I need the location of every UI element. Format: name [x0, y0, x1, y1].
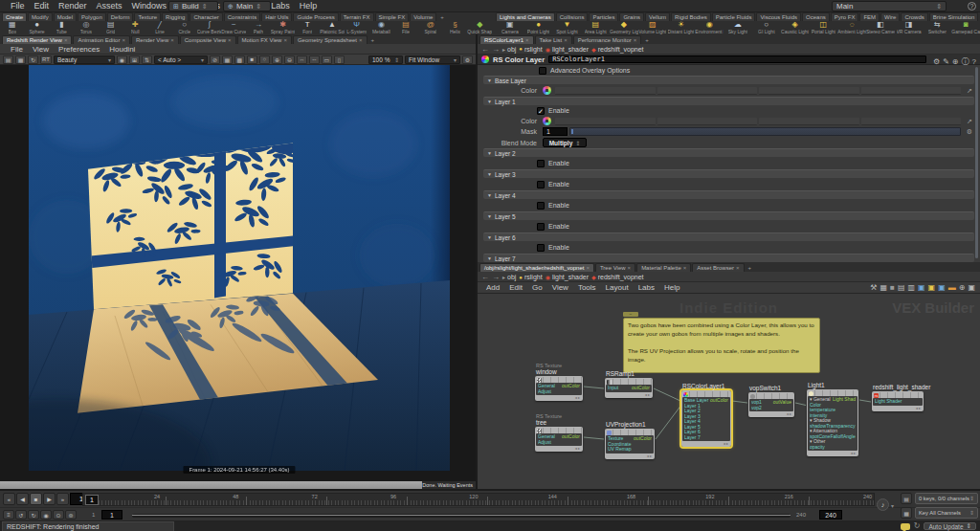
zoom-out-icon[interactable]: ⊖: [284, 55, 295, 64]
region-icon[interactable]: ○: [259, 55, 270, 64]
section-layer-2[interactable]: ▼Layer 2: [483, 148, 974, 157]
pane-tab-motion-fx-view[interactable]: Motion FX View×: [237, 35, 292, 44]
shelf-tab-simple-fx[interactable]: Simple FX: [375, 12, 410, 21]
search-icon[interactable]: ⊕: [952, 57, 959, 66]
shelf-tab-add[interactable]: +: [437, 13, 447, 21]
shelf-tab-rigging[interactable]: Rigging: [162, 12, 189, 21]
layer-3-enable-checkbox[interactable]: [537, 181, 545, 188]
copy-icon[interactable]: ▭: [322, 55, 332, 64]
info-icon[interactable]: ⓘ: [962, 56, 969, 67]
shelf-tool-sky-light[interactable]: ☁Sky Light: [724, 21, 752, 34]
help-icon[interactable]: ?: [972, 57, 976, 66]
node-light1[interactable]: Light1Light Shad▾ GeneralColortemperatur…: [807, 389, 858, 456]
lock-icon[interactable]: ⊘: [210, 55, 220, 64]
shelf-tool-caustic-light[interactable]: ◈Caustic Light: [781, 21, 810, 34]
snap-icon[interactable]: ▦: [880, 283, 888, 292]
shelf-tool-path[interactable]: →Path: [246, 21, 271, 34]
grid-icon[interactable]: ▦: [222, 55, 233, 64]
keyframe-icon[interactable]: ≡: [3, 510, 14, 520]
key-all-channels-button[interactable]: Key All Channels⇕: [915, 507, 978, 519]
pane-tab-performance-monitor[interactable]: Performance Monitor×: [573, 35, 642, 44]
audio-button[interactable]: ♪: [877, 498, 889, 511]
shelf-tool-circle[interactable]: ○Circle: [172, 21, 197, 34]
close-icon[interactable]: ×: [525, 37, 529, 43]
menu-render[interactable]: Render: [54, 1, 92, 11]
shelf-tool-tube[interactable]: ▮Tube: [49, 21, 74, 34]
range-start-field[interactable]: 1: [101, 510, 122, 520]
redo-key-icon[interactable]: ↻: [28, 510, 39, 520]
mask-value-field[interactable]: 1: [543, 127, 568, 136]
menu-assets[interactable]: Assets: [92, 1, 127, 11]
node-rscolorlayer1[interactable]: RSColorLayer1outColorBase LayerLayer 1La…: [681, 390, 731, 447]
shelf-tab-viscous-fluids[interactable]: Viscous Fluids: [756, 12, 801, 21]
shelf-tab-terrain-fx[interactable]: Terrain FX: [340, 12, 374, 21]
shelf-tool-gamepad-camera[interactable]: ◙Gamepad Camera: [951, 21, 980, 34]
layer-4-enable-checkbox[interactable]: [537, 202, 545, 210]
shelf-tab-grains[interactable]: Grains: [619, 12, 644, 21]
shelf-tool-null[interactable]: ✚Null: [123, 21, 148, 34]
close-icon[interactable]: ×: [64, 37, 68, 43]
pane-tab-redshift-render-view[interactable]: Redshift Render View×: [2, 35, 72, 44]
shelf-tool-l-system[interactable]: ΨL-System: [345, 21, 369, 34]
grid-view-icon[interactable]: ▥: [907, 283, 915, 292]
shelf-tool-font[interactable]: TFont: [295, 21, 320, 34]
expand-icon[interactable]: ↗: [965, 118, 974, 125]
base-layer-section[interactable]: ▼ Base Layer: [483, 76, 974, 84]
pane-tab-tree-view[interactable]: Tree View×: [595, 263, 635, 272]
tools-icon[interactable]: ⚒: [870, 283, 877, 292]
compare-icon[interactable]: ⇅: [142, 55, 152, 64]
shelf-tab-fem[interactable]: FEM: [859, 12, 880, 21]
close-icon[interactable]: ×: [586, 265, 590, 271]
pane-tab-add[interactable]: +: [368, 36, 378, 44]
shelf-tool-quick-shapes[interactable]: ◆Quick Shapes: [467, 21, 492, 34]
shelf-tool-torus[interactable]: ◎Torus: [74, 21, 99, 34]
shelf-tab-texture[interactable]: Texture: [134, 12, 161, 21]
shelf-tool-platonic-solids[interactable]: ▲Platonic Solids: [320, 21, 345, 34]
shelf-tool-distant-light[interactable]: ☀Distant Light: [667, 21, 696, 34]
node-vopswitch1[interactable]: vopSwitch1outValuevop1vop2◂ ▸: [748, 392, 794, 417]
section-layer-5[interactable]: ▼Layer 5: [483, 211, 974, 220]
desktop-selector[interactable]: ⊞ Build ⇕: [168, 1, 218, 11]
zoom-in-icon[interactable]: ⊕: [272, 55, 282, 64]
shelf-tool-line[interactable]: ╱Line: [147, 21, 172, 34]
network-editor-canvas[interactable]: Indie Edition VEX Builder − Two gobos ha…: [478, 294, 980, 489]
color-field-r[interactable]: [555, 87, 656, 95]
close-icon[interactable]: ×: [228, 37, 232, 43]
shelf-tab-guide-process[interactable]: Guide Process: [293, 12, 338, 21]
fit-dropdown[interactable]: Fit Window▾: [405, 55, 460, 64]
shelf-tool-portal-light[interactable]: ◫Portal Light: [809, 21, 837, 34]
sticky-note[interactable]: Two gobos have been combined using a Col…: [623, 318, 820, 373]
undo-key-icon[interactable]: ↺: [15, 510, 27, 520]
close-icon[interactable]: ×: [564, 37, 568, 43]
pin-icon[interactable]: ✎: [943, 57, 949, 66]
shelf-tool-box[interactable]: ▦Box: [0, 21, 25, 34]
network-box-icon[interactable]: ▣: [938, 283, 946, 292]
pane-tab-render-view[interactable]: Render View×: [131, 35, 179, 44]
shelf-tool-vr-camera[interactable]: ◨VR Camera: [895, 21, 924, 34]
close-icon[interactable]: ×: [359, 37, 363, 43]
pane-tab-animation-editor[interactable]: Animation Editor×: [73, 35, 130, 44]
network-menu-labs[interactable]: Labs: [634, 283, 659, 292]
stop-button[interactable]: ■: [30, 493, 42, 505]
path-item-rslight[interactable]: ●rslight: [519, 46, 542, 53]
layer1-section[interactable]: ▼ Layer 1: [483, 97, 974, 105]
jump-end-button[interactable]: »: [56, 493, 69, 505]
pane-tab-geometry-spreadsheet[interactable]: Geometry Spreadsheet×: [293, 35, 368, 44]
shelf-tab-brine-simulation[interactable]: Brine Simulation: [929, 12, 979, 21]
shelf-tool-gi-light[interactable]: ○GI Light: [752, 21, 781, 34]
take-selector[interactable]: Main ⇕: [832, 1, 947, 11]
shelf-tool-point-light[interactable]: ●Point Light: [524, 21, 553, 34]
shelf-tab-wire[interactable]: Wire: [880, 12, 900, 21]
menu-windows[interactable]: Windows: [127, 1, 172, 11]
snapshot-icon[interactable]: ◉: [117, 55, 127, 64]
menu-file[interactable]: File: [6, 1, 30, 11]
message-bubble-icon[interactable]: [901, 523, 910, 530]
shelf-tool-volume-light[interactable]: ▨Volume Light: [638, 21, 667, 34]
shelf-tool-environment-light[interactable]: ◉Environment Light: [695, 21, 724, 34]
close-icon[interactable]: ×: [170, 37, 174, 43]
close-icon[interactable]: ×: [634, 37, 637, 43]
path-item-light-shader[interactable]: ◉light_shader: [546, 46, 589, 53]
forward-arrow[interactable]: →: [492, 273, 500, 281]
section-layer-3[interactable]: ▼Layer 3: [483, 169, 974, 178]
section-layer-4[interactable]: ▼Layer 4: [483, 190, 974, 199]
